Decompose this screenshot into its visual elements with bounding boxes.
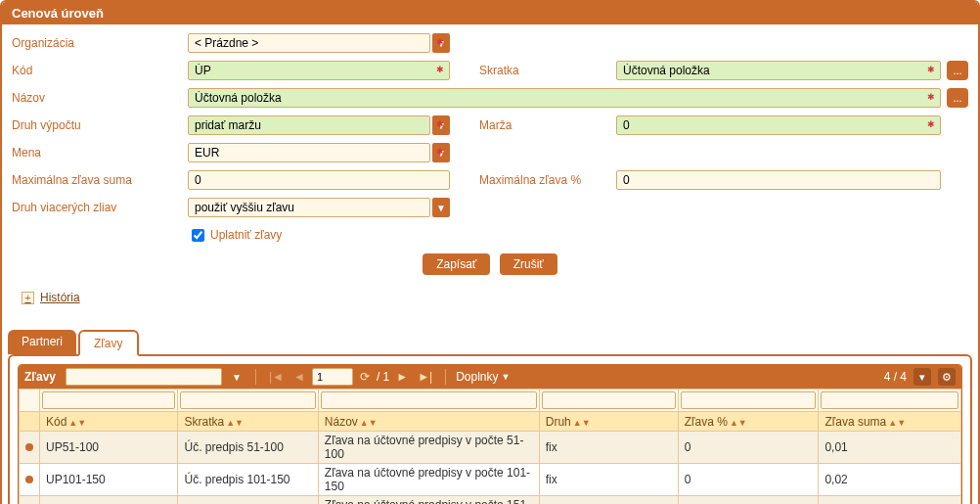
cell-pct: 0 [678,464,819,496]
plus-icon: + [22,292,34,304]
maxsuma-input[interactable] [188,170,450,190]
pager-prev-icon[interactable]: ◄ [290,370,308,384]
nazov-label: Názov [12,91,188,105]
druhvyp-label: Druh výpočtu [12,118,188,132]
tab-bar: Partneri Zľavy [8,330,972,354]
pager-first-icon[interactable]: |◄ [266,370,287,384]
cell-druh: fix [539,496,678,505]
col-nazov[interactable]: Názov▲▼ [318,412,539,432]
grid-table: Kód▲▼ Skratka▲▼ Názov▲▼ Druh▲▼ Zľava %▲▼… [19,389,961,504]
uplatnit-checkbox[interactable] [192,229,204,242]
save-button[interactable]: Zapísať [423,253,490,275]
grid-title: Zľavy [24,370,56,384]
nazov-input[interactable] [188,88,941,108]
filter-nazov[interactable] [321,391,537,409]
cell-druh: fix [539,432,678,464]
panel-title: Cenová úroveň [2,2,978,24]
cell-suma: 0,02 [819,464,961,496]
chevron-down-icon: ▼ [502,372,511,382]
zlavy-grid: Zľavy ▼ |◄ ◄ ⟳ / 1 ► ►| Doplnky ▼ 4 / 4 … [18,364,962,504]
nazov-lookup-button[interactable]: ... [947,88,968,108]
settings-icon[interactable]: ⚙ [938,368,956,386]
table-row[interactable]: UP51-100Úč. predpis 51-100Zľava na účtov… [20,432,961,464]
org-input[interactable] [188,33,430,53]
form-area: Organizácia ▼ Kód Skratka ... Názov .. [2,24,978,322]
kod-input[interactable] [188,61,450,80]
row-bullet-icon [25,476,33,483]
table-row[interactable]: UP151-200Úč. predpis 151-200Zľava na účt… [20,496,961,505]
cell-skratka: Úč. predpis 151-200 [178,496,318,505]
col-skratka[interactable]: Skratka▲▼ [178,412,318,432]
uplatnit-checkbox-wrap[interactable]: Uplatniť zľavy [188,226,282,245]
grid-toolbar: Zľavy ▼ |◄ ◄ ⟳ / 1 ► ►| Doplnky ▼ 4 / 4 … [19,365,961,389]
filter-kod[interactable] [42,391,175,409]
skratka-input[interactable] [616,61,941,80]
filter-icon[interactable]: ▾ [913,368,931,386]
filter-druh[interactable] [542,391,676,409]
cell-druh: fix [539,464,678,496]
marza-input[interactable] [616,115,941,135]
history-toggle[interactable]: + História [22,291,80,304]
history-label: História [40,291,80,304]
druhviac-dropdown-icon[interactable]: ▼ [432,198,450,217]
skratka-label: Skratka [479,64,616,77]
table-row[interactable]: UP101-150Úč. predpis 101-150Zľava na účt… [20,464,961,496]
pager-current-input[interactable] [312,368,353,386]
tab-body-zlavy: Zľavy ▼ |◄ ◄ ⟳ / 1 ► ►| Doplnky ▼ 4 / 4 … [8,354,972,504]
pager-refresh-icon[interactable]: ⟳ [357,370,373,384]
col-druh[interactable]: Druh▲▼ [539,412,678,432]
filter-pct[interactable] [681,391,817,409]
pager-next-icon[interactable]: ► [393,370,411,384]
cell-nazov: Zľava na účtovné predpisy v počte 151-20… [318,496,539,505]
cancel-button[interactable]: Zrušiť [500,253,557,275]
col-suma[interactable]: Zľava suma▲▼ [819,412,961,432]
druhvyp-dropdown-icon[interactable]: ▼ [432,115,450,135]
cell-skratka: Úč. predpis 101-150 [178,464,318,496]
mena-input[interactable] [188,143,430,162]
pager-last-icon[interactable]: ►| [415,370,435,384]
cell-skratka: Úč. predpis 51-100 [178,432,318,464]
cell-pct: 0 [678,432,819,464]
filter-row [20,389,961,412]
row-bullet-icon [25,443,33,451]
cell-nazov: Zľava na účtovné predpisy v počte 101-15… [318,464,539,496]
filter-suma[interactable] [821,391,958,409]
cell-kod: UP151-200 [40,496,178,505]
tab-partneri[interactable]: Partneri [8,330,76,354]
maxsuma-label: Maximálna zľava suma [12,173,188,187]
doplnky-menu[interactable]: Doplnky ▼ [456,370,510,384]
org-dropdown-icon[interactable]: ▼ [432,33,450,53]
tab-zlavy[interactable]: Zľavy [78,330,139,356]
mena-dropdown-icon[interactable]: ▼ [432,143,450,162]
druhvyp-input[interactable] [188,115,430,135]
org-label: Organizácia [12,36,188,50]
cell-kod: UP51-100 [40,432,178,464]
header-row: Kód▲▼ Skratka▲▼ Názov▲▼ Druh▲▼ Zľava %▲▼… [20,412,961,432]
mena-label: Mena [12,146,188,160]
cell-suma: 0,03 [819,496,961,505]
col-kod[interactable]: Kód▲▼ [40,412,178,432]
cell-pct: 0 [678,496,819,505]
cell-nazov: Zľava na účtovné predpisy v počte 51-100 [318,432,539,464]
price-level-panel: Cenová úroveň Organizácia ▼ Kód Skratka … [0,0,980,504]
druhviac-input[interactable] [188,198,430,217]
druhviac-label: Druh viacerých zliav [12,201,188,214]
kod-label: Kód [12,64,188,77]
cell-suma: 0,01 [819,432,961,464]
pager-total: / 1 [377,370,389,384]
marza-label: Marža [479,118,616,132]
grid-count: 4 / 4 [884,370,907,384]
maxpct-input[interactable] [616,170,941,190]
col-pct[interactable]: Zľava %▲▼ [678,412,819,432]
grid-filter-dropdown[interactable] [66,368,222,386]
cell-kod: UP101-150 [40,464,178,496]
grid-filter-dropdown-icon[interactable]: ▼ [228,368,245,386]
maxpct-label: Maximálna zľava % [479,173,616,187]
uplatnit-label: Uplatniť zľavy [210,228,282,242]
skratka-lookup-button[interactable]: ... [947,61,968,80]
filter-skratka[interactable] [180,391,315,409]
